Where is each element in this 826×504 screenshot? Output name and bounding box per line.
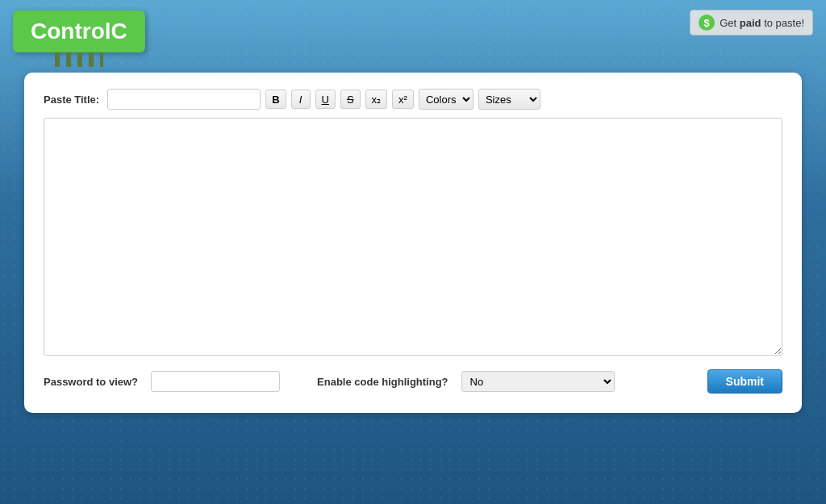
main-card: Paste Title: B I U S x₂ x² Colors Red Bl… — [24, 73, 802, 413]
logo-sign: ControlC — [13, 10, 145, 52]
top-bar: ControlC $ Get paid to paste! — [0, 0, 826, 73]
password-label: Password to view? — [44, 376, 138, 388]
logo-text: ControlC — [31, 19, 127, 44]
underline-button[interactable]: U — [315, 90, 336, 109]
italic-button[interactable]: I — [291, 90, 311, 109]
superscript-button[interactable]: x² — [392, 90, 414, 109]
sizes-select[interactable]: Sizes Small Medium Large X-Large — [478, 89, 540, 110]
password-input[interactable] — [151, 371, 280, 392]
colors-select[interactable]: Colors Red Blue Green Black RedBlueGreen… — [419, 89, 473, 110]
strikethrough-button[interactable]: S — [340, 90, 361, 109]
bold-button[interactable]: B — [265, 90, 286, 109]
bottom-row: Password to view? Enable code highlighti… — [44, 369, 782, 394]
paste-title-label: Paste Title: — [44, 94, 99, 106]
code-highlight-label: Enable code highlighting? — [317, 376, 448, 388]
paste-content-area[interactable] — [44, 118, 782, 356]
get-paid-text: Get paid to paste! — [720, 17, 804, 29]
code-highlight-select[interactable]: No Yes - Auto Detect Python JavaScript P… — [461, 371, 615, 392]
dollar-icon: $ — [699, 15, 715, 31]
subscript-button[interactable]: x₂ — [365, 90, 388, 109]
get-paid-banner[interactable]: $ Get paid to paste! — [690, 10, 813, 35]
submit-button[interactable]: Submit — [707, 369, 782, 394]
toolbar-row: Paste Title: B I U S x₂ x² Colors Red Bl… — [44, 89, 782, 110]
logo: ControlC — [13, 10, 145, 52]
paste-title-input[interactable] — [107, 89, 261, 110]
